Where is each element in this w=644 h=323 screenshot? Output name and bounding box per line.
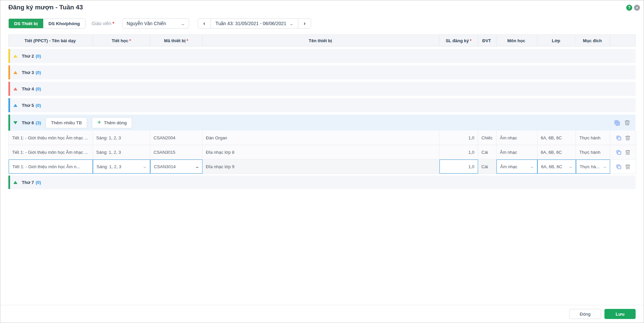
day-row-thu-3[interactable]: Thứ 3 (0) bbox=[8, 65, 636, 79]
save-button[interactable]: Lưu bbox=[604, 309, 636, 319]
day-actions bbox=[614, 120, 636, 126]
day-color-bar bbox=[8, 98, 10, 112]
row-actions bbox=[610, 159, 636, 174]
copy-row-icon[interactable] bbox=[616, 135, 622, 141]
chevron-down-icon: ⌄ bbox=[529, 164, 534, 169]
cell-lesson[interactable]: Tiết 1: - Giới thiệu môn học Âm nhạc ... bbox=[9, 145, 93, 159]
day-row-thu-6[interactable]: Thứ 6 (3) Thêm nhiều TB +Thêm dòng bbox=[8, 115, 636, 131]
cell-purpose[interactable]: Thực hành bbox=[576, 145, 610, 159]
day-color-bar bbox=[8, 49, 10, 63]
day-count: (0) bbox=[36, 103, 41, 108]
col-header-device-code: Mã thiết bị* bbox=[150, 35, 202, 46]
add-row-button[interactable]: +Thêm dòng bbox=[92, 117, 132, 128]
col-header-class: Lớp bbox=[537, 35, 576, 46]
day-count: (3) bbox=[36, 120, 41, 125]
cell-period[interactable]: Sáng: 1, 2, 3 bbox=[93, 145, 150, 159]
cell-device-name: Đĩa nhạc lớp 8 bbox=[202, 145, 440, 159]
borrow-registration-modal: Đăng ký mượn - Tuần 43 ? ✕ DS Thiết bị D… bbox=[0, 0, 644, 323]
col-header-subject: Môn học bbox=[496, 35, 537, 46]
day-color-bar bbox=[8, 115, 10, 131]
subject-select-value: Âm nhạc bbox=[500, 164, 517, 169]
prev-week-button[interactable]: ‹ bbox=[198, 19, 211, 28]
device-code-select-value: CSAN3014 bbox=[154, 164, 176, 169]
col-header-unit: ĐVT bbox=[478, 35, 496, 46]
copy-row-icon[interactable] bbox=[616, 164, 622, 170]
qty-input-wrap bbox=[440, 159, 478, 174]
cell-qty[interactable]: 1,0 bbox=[440, 145, 478, 159]
toolbar: DS Thiết bị DS Kho/phòng Giáo viên* Nguy… bbox=[8, 18, 636, 28]
delete-row-icon[interactable] bbox=[625, 135, 631, 141]
plus-icon: + bbox=[97, 119, 101, 126]
cell-class[interactable]: 6A, 6B, 6C bbox=[537, 131, 576, 145]
collapse-triangle-icon bbox=[13, 181, 17, 184]
day-label: Thứ 4 bbox=[22, 86, 34, 91]
page-title: Đăng ký mượn - Tuần 43 bbox=[8, 4, 636, 11]
cell-lesson[interactable]: Tiết 1: - Giới thiệu môn học Âm nhạc ... bbox=[9, 131, 93, 145]
purpose-select[interactable]: Thực hà... ⌄ bbox=[576, 159, 610, 174]
cell-subject[interactable]: Âm nhạc bbox=[496, 131, 537, 145]
qty-input[interactable] bbox=[443, 160, 474, 173]
tab-ds-thiet-bi[interactable]: DS Thiết bị bbox=[9, 19, 43, 28]
day-label: Thứ 2 bbox=[22, 54, 34, 59]
day-count: (0) bbox=[36, 86, 41, 91]
collapse-triangle-icon bbox=[13, 104, 17, 107]
close-icon[interactable]: ✕ bbox=[634, 5, 640, 11]
copy-row-icon[interactable] bbox=[616, 149, 622, 155]
cell-purpose[interactable]: Thực hành bbox=[576, 131, 610, 145]
required-star: * bbox=[112, 21, 114, 26]
cell-unit: Cái bbox=[478, 145, 496, 159]
cell-class[interactable]: 6A, 6B, 6C bbox=[537, 145, 576, 159]
cell-device-name: Đàn Organ bbox=[202, 131, 440, 145]
delete-row-icon[interactable] bbox=[625, 149, 631, 155]
day-row-thu-4[interactable]: Thứ 4 (0) bbox=[8, 82, 636, 96]
delete-row-icon[interactable] bbox=[625, 164, 631, 170]
day-row-thu-5[interactable]: Thứ 5 (0) bbox=[8, 98, 636, 112]
cell-unit: Cái bbox=[478, 159, 496, 174]
chevron-down-icon: ⌄ bbox=[602, 164, 607, 169]
period-select-value: Sáng: 1, 2, 3 bbox=[97, 164, 121, 169]
cell-device-code[interactable]: CSAN2004 bbox=[150, 131, 202, 145]
teacher-label: Giáo viên* bbox=[92, 21, 114, 26]
modal-corner-icons: ? ✕ bbox=[626, 5, 640, 11]
table-header: Tiết (PPCT) - Tên bài dạy Tiết học* Mã t… bbox=[8, 35, 636, 47]
col-header-qty: SL đăng ký* bbox=[440, 35, 478, 46]
day-label: Thứ 6 bbox=[22, 120, 34, 125]
cell-device-code[interactable]: CSAN3015 bbox=[150, 145, 202, 159]
col-header-device-name: Tên thiết bị bbox=[202, 35, 440, 46]
day-color-bar bbox=[8, 65, 10, 79]
help-icon[interactable]: ? bbox=[626, 5, 632, 11]
cell-device-name: Đĩa nhạc lớp 9 bbox=[202, 159, 440, 174]
teacher-select-value: Nguyễn Văn Chiến bbox=[127, 21, 166, 26]
cell-unit: Chiếc bbox=[478, 131, 496, 145]
day-row-thu-7[interactable]: Thứ 7 (0) bbox=[8, 176, 636, 189]
copy-day-icon[interactable] bbox=[614, 120, 620, 126]
chevron-down-icon: ⌄ bbox=[194, 164, 199, 169]
table-row: Tiết 1: - Giới thiệu môn học Âm nhạc ...… bbox=[8, 131, 636, 145]
week-select[interactable]: Tuần 43: 31/05/2021 - 06/06/2021 ⌄ bbox=[211, 19, 298, 28]
day-row-thu-2[interactable]: Thứ 2 (0) bbox=[8, 49, 636, 63]
cell-qty[interactable]: 1,0 bbox=[440, 131, 478, 145]
device-code-select[interactable]: CSAN3014 ⌄ bbox=[150, 159, 202, 174]
delete-day-icon[interactable] bbox=[624, 120, 630, 126]
tab-ds-kho-phong[interactable]: DS Kho/phòng bbox=[43, 19, 85, 28]
subject-select[interactable]: Âm nhạc ⌄ bbox=[496, 159, 537, 174]
expand-triangle-icon bbox=[13, 121, 17, 124]
modal-footer: Đóng Lưu bbox=[0, 305, 644, 323]
next-week-button[interactable]: › bbox=[298, 19, 311, 28]
teacher-select[interactable]: Nguyễn Văn Chiến ⌄ bbox=[122, 18, 189, 28]
chevron-down-icon: ⌄ bbox=[180, 21, 185, 26]
col-header-lesson: Tiết (PPCT) - Tên bài dạy bbox=[9, 35, 93, 46]
table-row: Tiết 1: - Giới thiệu môn học Âm nhạc ...… bbox=[8, 145, 636, 159]
table-row-editing: Sáng: 1, 2, 3 ⌄ CSAN3014 ⌄ Đĩa nhạc lớp … bbox=[8, 159, 636, 174]
add-multiple-devices-button[interactable]: Thêm nhiều TB bbox=[46, 117, 87, 128]
period-select[interactable]: Sáng: 1, 2, 3 ⌄ bbox=[93, 159, 150, 174]
cell-subject[interactable]: Âm nhạc bbox=[496, 145, 537, 159]
lesson-input[interactable] bbox=[12, 160, 89, 173]
collapse-triangle-icon bbox=[13, 87, 17, 90]
close-button[interactable]: Đóng bbox=[569, 309, 601, 319]
cell-period[interactable]: Sáng: 1, 2, 3 bbox=[93, 131, 150, 145]
day-count: (0) bbox=[36, 54, 41, 59]
class-select-value: 6A, 6B, 6C bbox=[541, 164, 562, 169]
class-select[interactable]: 6A, 6B, 6C ⌄ bbox=[537, 159, 576, 174]
cell-lesson-input-wrap bbox=[9, 159, 93, 174]
